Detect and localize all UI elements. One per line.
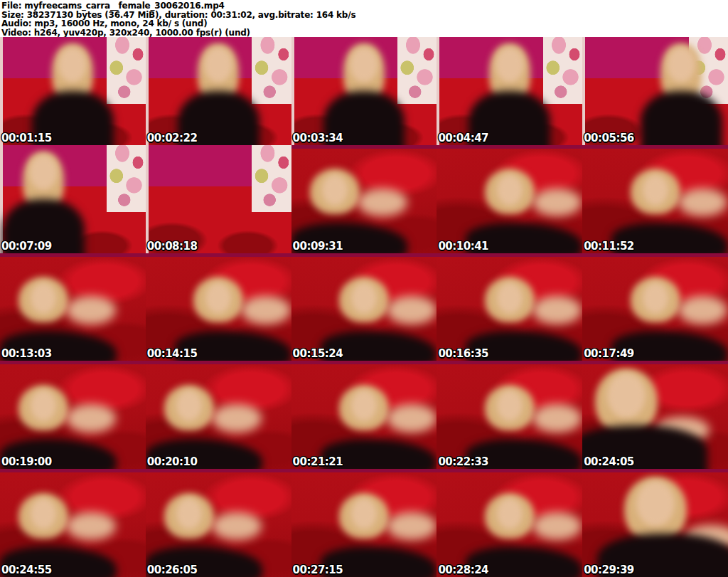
thumbnail-frame-placeholder: [0, 469, 146, 577]
floral-wallpaper-shape: [252, 145, 291, 212]
timestamp-overlay: 00:16:35: [438, 349, 488, 359]
figure-limb-shape: [212, 512, 262, 540]
figure-limb-shape: [678, 296, 728, 324]
thumbnail-frame-placeholder: [146, 37, 291, 145]
video-thumbnail: 00:11:52: [582, 145, 728, 253]
video-thumbnail: 00:27:15: [291, 469, 437, 577]
media-info-header: File: myfreecams_carra__female_30062016.…: [0, 0, 728, 37]
video-thumbnail: 00:29:39: [582, 469, 728, 577]
floral-wallpaper-shape: [543, 37, 582, 104]
figure-head-shape: [497, 498, 523, 529]
video-thumbnail: 00:02:22: [146, 37, 291, 145]
file-info-line: File: myfreecams_carra__female_30062016.…: [1, 1, 728, 11]
timestamp-overlay: 00:01:15: [1, 133, 52, 144]
floral-wallpaper-shape: [107, 37, 146, 104]
timestamp-overlay: 00:09:31: [293, 241, 343, 252]
figure-limb-shape: [66, 404, 116, 432]
figure-head-shape: [636, 481, 675, 526]
figure-head-shape: [351, 498, 377, 529]
thumbnail-frame-placeholder: [582, 361, 728, 469]
timestamp-overlay: 00:29:39: [584, 565, 634, 576]
video-thumbnail: 00:22:33: [437, 361, 582, 469]
video-thumbnail: 00:09:31: [291, 145, 437, 253]
thumbnail-frame-placeholder: [437, 253, 582, 361]
thumbnail-frame-placeholder: [291, 253, 437, 361]
timestamp-overlay: 00:24:05: [584, 457, 634, 467]
figure-limb-shape: [532, 404, 582, 432]
timestamp-overlay: 00:14:15: [147, 349, 198, 359]
thumbnail-frame-placeholder: [0, 145, 146, 253]
figure-limb-shape: [532, 189, 582, 216]
thumbnail-frame-placeholder: [291, 145, 437, 253]
thumbnail-frame-placeholder: [0, 253, 146, 361]
thumbnail-grid: 00:01:15 00:02:22 00:03:34 00:04:47 00:0…: [0, 37, 728, 577]
thumbnail-frame-placeholder: [582, 145, 728, 253]
timestamp-overlay: 00:08:18: [147, 241, 198, 252]
video-thumbnail: 00:19:00: [0, 361, 146, 469]
thumbnail-frame-placeholder: [437, 469, 582, 577]
video-thumbnail: 00:16:35: [437, 253, 582, 361]
figure-head-shape: [643, 282, 668, 314]
timestamp-overlay: 00:15:24: [293, 349, 343, 359]
thumbnail-frame-placeholder: [291, 361, 437, 469]
thumbnail-frame-placeholder: [146, 145, 291, 253]
timestamp-overlay: 00:04:47: [438, 133, 488, 144]
video-thumbnail: 00:08:18: [146, 145, 291, 253]
timestamp-overlay: 00:24:55: [1, 565, 52, 576]
video-thumbnail: 00:26:05: [146, 469, 291, 577]
video-thumbnail: 00:17:49: [582, 253, 728, 361]
figure-head-shape: [58, 47, 87, 83]
video-thumbnail: 00:21:21: [291, 361, 437, 469]
thumbnail-frame-placeholder: [582, 253, 728, 361]
timestamp-overlay: 00:03:34: [293, 133, 343, 144]
thumbnail-frame-placeholder: [0, 37, 146, 145]
figure-limb-shape: [532, 512, 582, 540]
figure-limb-shape: [387, 512, 437, 540]
timestamp-overlay: 00:19:00: [1, 457, 52, 467]
figure-head-shape: [205, 282, 231, 314]
video-thumbnail: 00:05:56: [582, 37, 728, 145]
thumbnail-frame-placeholder: [437, 37, 582, 145]
thumbnail-frame-placeholder: [582, 469, 728, 577]
video-thumbnail: 00:07:09: [0, 145, 146, 253]
figure-limb-shape: [678, 189, 728, 216]
figure-limb-shape: [241, 296, 291, 324]
figure-head-shape: [322, 174, 348, 206]
video-thumbnail: 00:13:03: [0, 253, 146, 361]
video-thumbnail: 00:01:15: [0, 37, 146, 145]
video-thumbnail: 00:24:55: [0, 469, 146, 577]
timestamp-overlay: 00:22:33: [438, 457, 488, 467]
video-thumbnail: 00:24:05: [582, 361, 728, 469]
thumbnail-frame-placeholder: [291, 469, 437, 577]
floral-wallpaper-shape: [107, 145, 146, 212]
thumbnail-frame-placeholder: [146, 253, 291, 361]
figure-limb-shape: [212, 404, 262, 432]
thumbnail-frame-placeholder: [582, 37, 728, 145]
floral-wallpaper-shape: [397, 37, 437, 104]
timestamp-overlay: 00:11:52: [584, 241, 634, 252]
figure-head-shape: [31, 282, 56, 314]
video-thumbnail: 00:03:34: [291, 37, 437, 145]
figure-limb-shape: [66, 296, 116, 324]
timestamp-overlay: 00:10:41: [438, 241, 488, 252]
video-thumbnail: 00:10:41: [437, 145, 582, 253]
figure-limb-shape: [66, 512, 116, 540]
figure-head-shape: [351, 282, 377, 314]
video-info-line: Video: h264, yuv420p, 320x240, 1000.00 f…: [1, 28, 728, 38]
figure-head-shape: [204, 47, 232, 83]
timestamp-overlay: 00:26:05: [147, 565, 198, 576]
thumbnail-frame-placeholder: [437, 361, 582, 469]
timestamp-overlay: 00:05:56: [584, 133, 634, 144]
audio-info-line: Audio: mp3, 16000 Hz, mono, 24 kb/ s (un…: [1, 19, 728, 28]
figure-torso-shape: [641, 91, 722, 145]
video-contact-sheet: File: myfreecams_carra__female_30062016.…: [0, 0, 728, 577]
timestamp-overlay: 00:13:03: [1, 349, 52, 359]
video-thumbnail: 00:14:15: [146, 253, 291, 361]
video-thumbnail: 00:15:24: [291, 253, 437, 361]
figure-limb-shape: [358, 189, 407, 216]
thumbnail-frame-placeholder: [437, 145, 582, 253]
video-thumbnail: 00:28:24: [437, 469, 582, 577]
figure-limb-shape: [387, 296, 437, 324]
timestamp-overlay: 00:21:21: [293, 457, 343, 467]
figure-head-shape: [607, 373, 646, 418]
